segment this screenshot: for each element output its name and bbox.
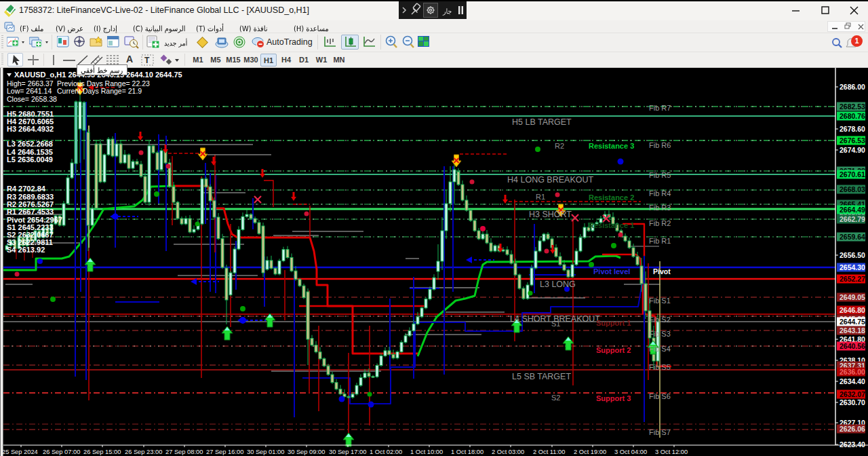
svg-text:2 Oct 03:00: 2 Oct 03:00 (492, 449, 524, 455)
svg-text:2640.56: 2640.56 (840, 342, 865, 350)
svg-text:S4 2613.92: S4 2613.92 (7, 246, 45, 254)
svg-text:Fib S1: Fib S1 (649, 297, 671, 305)
svg-text:R4 2702.84: R4 2702.84 (7, 185, 46, 193)
svg-text:27 Sep 16:00: 27 Sep 16:00 (206, 449, 243, 455)
svg-text:2659.64: 2659.64 (840, 233, 865, 241)
svg-text:Fib R2: Fib R2 (649, 219, 671, 227)
svg-text:Fib S4: Fib S4 (649, 345, 671, 353)
svg-text:Resistance 1: Resistance 1 (589, 221, 634, 229)
svg-text:L5 2636.0049: L5 2636.0049 (7, 155, 53, 164)
svg-text:2670.61: 2670.61 (840, 170, 865, 178)
svg-text:Support 2: Support 2 (596, 346, 631, 354)
svg-text:2646.80: 2646.80 (840, 306, 865, 314)
svg-text:Fib R6: Fib R6 (649, 141, 671, 149)
svg-text:2678.60: 2678.60 (840, 125, 865, 133)
svg-text:2652.27: 2652.27 (840, 275, 865, 283)
svg-text:2649.05: 2649.05 (840, 293, 865, 301)
svg-text:26 Sep 07:00: 26 Sep 07:00 (43, 449, 80, 455)
svg-text:L5 SB TARGET: L5 SB TARGET (512, 372, 571, 381)
svg-text:Low= 2641.14: Low= 2641.14 (7, 87, 52, 95)
svg-text:L3 2652.2668: L3 2652.2668 (7, 140, 53, 148)
svg-text:H4 LONG BREAKOUT: H4 LONG BREAKOUT (507, 175, 593, 185)
svg-text:2654.30: 2654.30 (840, 263, 865, 271)
svg-text:Support 1: Support 1 (596, 319, 631, 327)
svg-text:Fib S6: Fib S6 (649, 392, 671, 400)
svg-text:R2: R2 (555, 142, 564, 150)
svg-text:30 Sep 01:00: 30 Sep 01:00 (247, 449, 284, 455)
svg-text:Resistance 3: Resistance 3 (589, 142, 634, 150)
svg-text:2656.50: 2656.50 (840, 251, 865, 259)
svg-text:Pivot: Pivot (653, 267, 671, 276)
svg-text:R1: R1 (536, 193, 545, 201)
svg-text:H3 2664.4932: H3 2664.4932 (7, 125, 54, 133)
svg-text:30 Sep 17:00: 30 Sep 17:00 (329, 449, 366, 455)
svg-text:3 Oct 04:00: 3 Oct 04:00 (614, 449, 647, 455)
svg-text:2634.40: 2634.40 (840, 377, 865, 385)
svg-text:26 Sep 15:00: 26 Sep 15:00 (83, 449, 121, 455)
svg-text:Current Days Range= 21.9: Current Days Range= 21.9 (57, 87, 142, 95)
svg-text:1 Oct 10:00: 1 Oct 10:00 (410, 449, 443, 455)
svg-text:2682.53: 2682.53 (840, 102, 865, 111)
svg-text:2 Oct 11:00: 2 Oct 11:00 (533, 449, 565, 455)
svg-text:Fib S5: Fib S5 (649, 363, 671, 371)
svg-text:3 Oct 12:00: 3 Oct 12:00 (655, 449, 688, 455)
svg-text:2643.18: 2643.18 (840, 326, 865, 335)
svg-text:H5 LB TARGET: H5 LB TARGET (512, 117, 572, 127)
svg-text:S1: S1 (551, 320, 560, 328)
svg-text:27 Sep 08:00: 27 Sep 08:00 (165, 449, 203, 455)
svg-text:Fib R5: Fib R5 (649, 171, 671, 179)
svg-text:2676.53: 2676.53 (840, 136, 865, 145)
svg-text:2 Oct 19:00: 2 Oct 19:00 (574, 449, 606, 455)
svg-text:Fib S2: Fib S2 (649, 316, 671, 324)
svg-text:26 Sep 23:00: 26 Sep 23:00 (125, 449, 162, 455)
svg-text:2674.90: 2674.90 (840, 146, 865, 154)
svg-text:R1 2667.4533: R1 2667.4533 (7, 208, 54, 216)
svg-text:Fib S3: Fib S3 (649, 330, 671, 338)
svg-text:Fib R4: Fib R4 (649, 189, 671, 197)
svg-text:Fib R3: Fib R3 (649, 204, 671, 212)
svg-text:Resistance 2: Resistance 2 (589, 193, 634, 202)
svg-text:1 Oct 02:00: 1 Oct 02:00 (370, 449, 402, 455)
svg-text:Pivot level: Pivot level (593, 267, 630, 276)
svg-text:2664.49: 2664.49 (840, 206, 865, 214)
svg-text:2636.00: 2636.00 (840, 368, 865, 376)
svg-text:2680.76: 2680.76 (840, 112, 865, 120)
svg-text:25 Sep 2024: 25 Sep 2024 (2, 449, 38, 455)
svg-text:2630.70: 2630.70 (840, 398, 865, 406)
svg-text:L3 LONG: L3 LONG (540, 280, 576, 289)
svg-text:2623.40: 2623.40 (840, 440, 865, 449)
svg-text:Close= 2658.38: Close= 2658.38 (7, 95, 57, 103)
svg-text:Support 3: Support 3 (596, 394, 631, 402)
svg-text:2668.03: 2668.03 (840, 185, 865, 193)
svg-text:Fib R7: Fib R7 (649, 104, 671, 112)
svg-text:H3 SHORT: H3 SHORT (529, 210, 572, 219)
svg-text:S2: S2 (551, 394, 560, 402)
svg-text:T: T (144, 56, 150, 65)
svg-text:2644.75: 2644.75 (840, 318, 865, 326)
svg-text:Fib S7: Fib S7 (649, 428, 671, 436)
svg-text:2662.79: 2662.79 (840, 215, 865, 223)
svg-text:2632.07: 2632.07 (840, 390, 865, 398)
svg-text:2626.06: 2626.06 (840, 425, 865, 433)
svg-text:2686.00: 2686.00 (840, 83, 865, 91)
svg-text:30 Sep 09:00: 30 Sep 09:00 (288, 449, 325, 455)
svg-text:1 Oct 18:00: 1 Oct 18:00 (451, 449, 484, 455)
svg-text:Fib R1: Fib R1 (649, 237, 671, 245)
